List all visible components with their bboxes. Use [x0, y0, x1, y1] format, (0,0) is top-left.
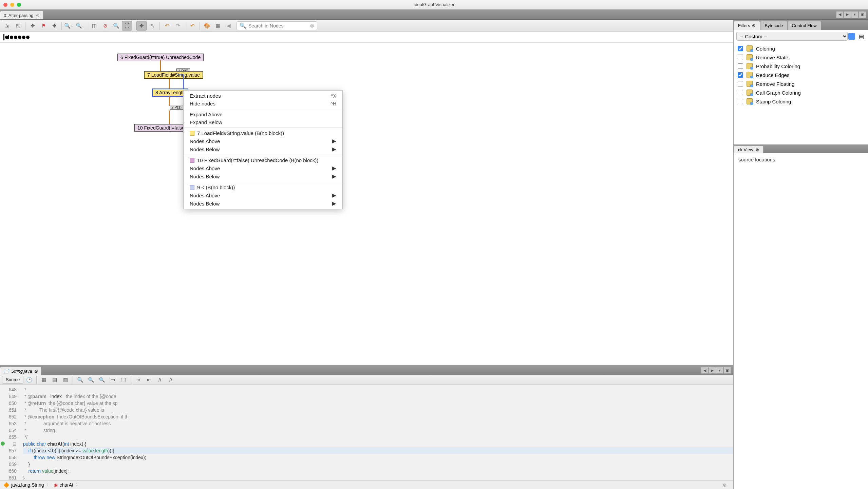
line-gutter: 648649650 651652653 654655 ⊟ 657658659 6…: [0, 385, 19, 480]
close-tab-icon[interactable]: ⊗: [752, 23, 756, 28]
hand-icon[interactable]: ✥: [136, 21, 147, 31]
next-button[interactable]: ▶: [709, 367, 716, 374]
filter-checkbox[interactable]: [738, 99, 743, 104]
grid-icon[interactable]: ▦: [213, 21, 223, 31]
tab-control-flow[interactable]: Control Flow: [788, 21, 821, 30]
node-fixedguard-10[interactable]: 10 FixedGuard(!=false: [134, 124, 188, 132]
filter-row[interactable]: Reduce Edges: [734, 71, 868, 79]
ctx-node-9[interactable]: 9 < (B(no block)): [184, 183, 342, 191]
node-param-1[interactable]: 2 P(1): [170, 105, 183, 110]
close-breadcrumb-icon[interactable]: ⊗: [723, 482, 730, 488]
flag-icon[interactable]: ⚑: [38, 21, 49, 31]
maximize-icon[interactable]: [17, 3, 21, 7]
palette-icon[interactable]: 🎨: [202, 21, 212, 31]
phase-slider[interactable]: [0, 32, 733, 43]
prev-button[interactable]: ◀: [836, 11, 844, 18]
prev-button[interactable]: ◀: [701, 367, 709, 374]
filter-row[interactable]: Probability Coloring: [734, 62, 868, 71]
filter-row[interactable]: Remove Floating: [734, 79, 868, 88]
ctx-extract-nodes[interactable]: Extract nodes^X: [184, 92, 342, 100]
filter-row[interactable]: Stamp Coloring: [734, 97, 868, 106]
code-body[interactable]: * * @param index the index of the {@code…: [19, 385, 733, 480]
zoom-out-icon[interactable]: 🔍-: [75, 21, 85, 31]
breadcrumb-class[interactable]: 🔶 java.lang.String 〉: [3, 482, 51, 488]
filter-checkbox[interactable]: [738, 46, 743, 51]
import-icon[interactable]: ⇱: [13, 21, 23, 31]
ctx-expand-above[interactable]: Expand Above: [184, 111, 342, 118]
find-next-icon[interactable]: 🔍: [97, 375, 107, 385]
graph-canvas[interactable]: 6 FixedGuard(!=true) UnreachedCode 1 P(0…: [0, 43, 733, 365]
filter-checkbox[interactable]: [738, 72, 743, 78]
source-button[interactable]: Source: [2, 376, 23, 384]
outdent-icon[interactable]: ⇤: [144, 375, 154, 385]
dropdown-button[interactable]: ▾: [851, 11, 858, 18]
export-icon[interactable]: ⇲: [2, 21, 12, 31]
filter-checkbox[interactable]: [738, 63, 743, 69]
dropdown-arrow-icon[interactable]: [848, 33, 855, 40]
indent-icon[interactable]: ⇥: [133, 375, 143, 385]
close-icon[interactable]: [3, 3, 7, 7]
filter-select[interactable]: -- Custom --: [736, 32, 848, 41]
highlight-icon[interactable]: ▭: [108, 375, 118, 385]
next-button[interactable]: ▶: [844, 11, 851, 18]
filter-checkbox[interactable]: [738, 55, 743, 60]
filter-checkbox[interactable]: [738, 81, 743, 86]
editor-tab[interactable]: 📄 String.java ⊗: [0, 367, 41, 375]
collapse-icon[interactable]: ◀: [224, 21, 234, 31]
tool-icon[interactable]: ▤: [50, 375, 60, 385]
ctx-nodes-above-10[interactable]: Nodes Above▶: [184, 164, 342, 172]
find-icon[interactable]: 🔍: [75, 375, 85, 385]
code-view[interactable]: 648649650 651652653 654655 ⊟ 657658659 6…: [0, 385, 733, 480]
redo-icon[interactable]: ↷: [173, 21, 183, 31]
history-icon[interactable]: 🕑: [24, 375, 34, 385]
pan-icon[interactable]: ✥: [49, 21, 59, 31]
ctx-node-10[interactable]: 10 FixedGuard(!=false) UnreachedCode (B(…: [184, 156, 342, 164]
history-icon[interactable]: ↶: [187, 21, 197, 31]
tab-stack-view[interactable]: ck View⊗: [734, 146, 763, 153]
zoom-fit-icon[interactable]: 🔍: [111, 21, 121, 31]
filter-row[interactable]: Call Graph Coloring: [734, 88, 868, 97]
filter-row[interactable]: Remove State: [734, 53, 868, 62]
tab-filters[interactable]: Filters⊗: [734, 21, 760, 30]
clear-search-icon[interactable]: ⊗: [310, 22, 314, 29]
ctx-nodes-below-7[interactable]: Nodes Below▶: [184, 145, 342, 153]
ctx-nodes-below-9[interactable]: Nodes Below▶: [184, 199, 342, 208]
ctx-node-7[interactable]: 7 LoadField#String.value (B(no block)): [184, 129, 342, 137]
maximize-button[interactable]: ▣: [858, 11, 866, 18]
filter-checkbox[interactable]: [738, 90, 743, 95]
ctx-expand-below[interactable]: Expand Below: [184, 118, 342, 126]
filter-preset-dropdown[interactable]: -- Custom -- ▤: [736, 32, 865, 41]
close-tab-icon[interactable]: ⊗: [34, 369, 38, 374]
document-tab[interactable]: 0: After parsing ⊗: [0, 11, 43, 19]
minimize-icon[interactable]: [10, 3, 14, 7]
close-tab-icon[interactable]: ⊗: [755, 147, 759, 152]
ctx-nodes-below-10[interactable]: Nodes Below▶: [184, 172, 342, 180]
tool-icon[interactable]: ▦: [39, 375, 49, 385]
ctx-nodes-above-7[interactable]: Nodes Above▶: [184, 137, 342, 145]
maximize-button[interactable]: ▣: [723, 367, 731, 374]
add-filter-icon[interactable]: ▤: [857, 33, 865, 40]
breadcrumb-method[interactable]: ◉ charAt 〉: [54, 482, 80, 488]
node-loadfield-7[interactable]: 7 LoadField#String.value: [144, 71, 203, 79]
tool-icon[interactable]: ▥: [60, 375, 71, 385]
search-box[interactable]: 🔍 ⊗: [237, 21, 317, 30]
layout-icon[interactable]: ◫: [89, 21, 99, 31]
dropdown-button[interactable]: ▾: [716, 367, 723, 374]
tab-bytecode[interactable]: Bytecode: [760, 21, 787, 30]
ctx-nodes-above-9[interactable]: Nodes Above▶: [184, 191, 342, 199]
ctx-hide-nodes[interactable]: Hide nodes^H: [184, 100, 342, 107]
extent-icon[interactable]: ⛶: [122, 21, 132, 31]
close-tab-icon[interactable]: ⊗: [36, 13, 40, 18]
node-fixedguard-6[interactable]: 6 FixedGuard(!=true) UnreachedCode: [117, 54, 204, 61]
comment-icon[interactable]: //: [155, 375, 165, 385]
move-icon[interactable]: ✥: [27, 21, 38, 31]
select-icon[interactable]: ⬚: [118, 375, 129, 385]
uncomment-icon[interactable]: //: [166, 375, 176, 385]
stop-icon[interactable]: ⊘: [100, 21, 110, 31]
undo-icon[interactable]: ↶: [162, 21, 172, 31]
search-input[interactable]: [248, 23, 308, 28]
pointer-icon[interactable]: ↖: [147, 21, 157, 31]
find-prev-icon[interactable]: 🔍: [86, 375, 96, 385]
filter-row[interactable]: Coloring: [734, 44, 868, 53]
zoom-in-icon[interactable]: 🔍+: [64, 21, 74, 31]
